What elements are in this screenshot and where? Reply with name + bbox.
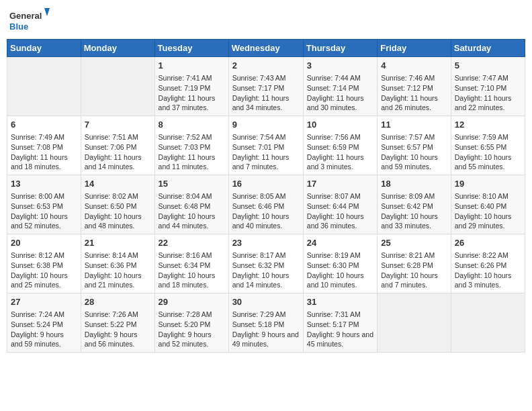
calendar-day-cell xyxy=(81,57,154,116)
day-info: Sunrise: 8:19 AM Sunset: 6:30 PM Dayligh… xyxy=(307,250,373,290)
day-info: Sunrise: 8:00 AM Sunset: 6:53 PM Dayligh… xyxy=(11,191,77,231)
svg-text:Blue: Blue xyxy=(9,21,28,32)
svg-text:General: General xyxy=(9,11,42,21)
calendar-day-cell: 25Sunrise: 8:21 AM Sunset: 6:28 PM Dayli… xyxy=(378,234,451,293)
calendar-week-row: 20Sunrise: 8:12 AM Sunset: 6:38 PM Dayli… xyxy=(7,234,525,293)
day-number: 14 xyxy=(85,178,151,190)
day-info: Sunrise: 8:07 AM Sunset: 6:44 PM Dayligh… xyxy=(307,191,373,231)
day-number: 25 xyxy=(381,237,447,249)
day-number: 31 xyxy=(307,296,373,308)
calendar-header-cell: Thursday xyxy=(303,40,377,57)
calendar-day-cell: 12Sunrise: 7:59 AM Sunset: 6:55 PM Dayli… xyxy=(451,116,525,175)
day-number: 16 xyxy=(232,178,300,190)
day-info: Sunrise: 7:26 AM Sunset: 5:22 PM Dayligh… xyxy=(85,310,151,349)
calendar-header-cell: Tuesday xyxy=(154,40,228,57)
calendar-day-cell: 1Sunrise: 7:41 AM Sunset: 7:19 PM Daylig… xyxy=(154,57,228,116)
calendar-day-cell: 4Sunrise: 7:46 AM Sunset: 7:12 PM Daylig… xyxy=(378,57,451,116)
day-number: 7 xyxy=(85,119,151,131)
calendar-week-row: 1Sunrise: 7:41 AM Sunset: 7:19 PM Daylig… xyxy=(7,57,525,116)
calendar-day-cell: 24Sunrise: 8:19 AM Sunset: 6:30 PM Dayli… xyxy=(303,234,377,293)
day-info: Sunrise: 8:14 AM Sunset: 6:36 PM Dayligh… xyxy=(85,250,151,290)
calendar-day-cell xyxy=(378,293,451,353)
day-number: 5 xyxy=(455,60,521,72)
day-info: Sunrise: 8:09 AM Sunset: 6:42 PM Dayligh… xyxy=(381,191,447,231)
day-info: Sunrise: 8:10 AM Sunset: 6:40 PM Dayligh… xyxy=(455,191,521,231)
calendar-header-cell: Sunday xyxy=(7,40,81,57)
day-info: Sunrise: 7:31 AM Sunset: 5:17 PM Dayligh… xyxy=(307,310,373,349)
calendar-day-cell: 16Sunrise: 8:05 AM Sunset: 6:46 PM Dayli… xyxy=(228,175,303,234)
calendar-header-row: SundayMondayTuesdayWednesdayThursdayFrid… xyxy=(7,40,525,57)
day-info: Sunrise: 7:49 AM Sunset: 7:08 PM Dayligh… xyxy=(11,132,77,172)
day-number: 6 xyxy=(11,119,77,131)
calendar-header-cell: Saturday xyxy=(451,40,525,57)
day-number: 30 xyxy=(232,296,300,308)
day-info: Sunrise: 7:41 AM Sunset: 7:19 PM Dayligh… xyxy=(159,73,225,113)
calendar-header-cell: Monday xyxy=(81,40,154,57)
day-info: Sunrise: 8:12 AM Sunset: 6:38 PM Dayligh… xyxy=(11,250,77,290)
day-info: Sunrise: 8:02 AM Sunset: 6:50 PM Dayligh… xyxy=(85,191,151,231)
day-number: 27 xyxy=(11,296,77,308)
day-info: Sunrise: 8:22 AM Sunset: 6:26 PM Dayligh… xyxy=(455,250,521,290)
calendar-week-row: 13Sunrise: 8:00 AM Sunset: 6:53 PM Dayli… xyxy=(7,175,525,234)
day-number: 11 xyxy=(381,119,447,131)
calendar-day-cell: 2Sunrise: 7:43 AM Sunset: 7:17 PM Daylig… xyxy=(228,57,303,116)
day-number: 4 xyxy=(381,60,447,72)
calendar-day-cell: 27Sunrise: 7:24 AM Sunset: 5:24 PM Dayli… xyxy=(7,293,81,353)
day-info: Sunrise: 8:21 AM Sunset: 6:28 PM Dayligh… xyxy=(381,250,447,290)
day-info: Sunrise: 7:57 AM Sunset: 6:57 PM Dayligh… xyxy=(381,132,447,172)
day-number: 9 xyxy=(232,119,300,131)
calendar-header-cell: Friday xyxy=(378,40,451,57)
day-number: 22 xyxy=(159,237,225,249)
calendar-day-cell: 22Sunrise: 8:16 AM Sunset: 6:34 PM Dayli… xyxy=(154,234,228,293)
calendar-day-cell: 15Sunrise: 8:04 AM Sunset: 6:48 PM Dayli… xyxy=(154,175,228,234)
day-info: Sunrise: 7:52 AM Sunset: 7:03 PM Dayligh… xyxy=(159,132,225,172)
day-info: Sunrise: 8:04 AM Sunset: 6:48 PM Dayligh… xyxy=(159,191,225,231)
calendar-day-cell: 30Sunrise: 7:29 AM Sunset: 5:18 PM Dayli… xyxy=(228,293,303,353)
day-number: 21 xyxy=(85,237,151,249)
day-info: Sunrise: 7:28 AM Sunset: 5:20 PM Dayligh… xyxy=(159,310,225,349)
calendar-header-cell: Wednesday xyxy=(228,40,303,57)
day-info: Sunrise: 7:43 AM Sunset: 7:17 PM Dayligh… xyxy=(232,73,300,113)
svg-marker-2 xyxy=(44,8,50,16)
calendar-day-cell: 26Sunrise: 8:22 AM Sunset: 6:26 PM Dayli… xyxy=(451,234,525,293)
day-info: Sunrise: 8:17 AM Sunset: 6:32 PM Dayligh… xyxy=(232,250,300,290)
day-number: 28 xyxy=(85,296,151,308)
calendar-day-cell: 18Sunrise: 8:09 AM Sunset: 6:42 PM Dayli… xyxy=(378,175,451,234)
day-number: 3 xyxy=(307,60,373,72)
day-number: 12 xyxy=(455,119,521,131)
day-info: Sunrise: 7:46 AM Sunset: 7:12 PM Dayligh… xyxy=(381,73,447,113)
calendar-day-cell: 20Sunrise: 8:12 AM Sunset: 6:38 PM Dayli… xyxy=(7,234,81,293)
day-info: Sunrise: 7:59 AM Sunset: 6:55 PM Dayligh… xyxy=(455,132,521,172)
calendar-day-cell: 8Sunrise: 7:52 AM Sunset: 7:03 PM Daylig… xyxy=(154,116,228,175)
day-number: 8 xyxy=(159,119,225,131)
calendar-day-cell xyxy=(451,293,525,353)
day-number: 18 xyxy=(381,178,447,190)
day-info: Sunrise: 7:47 AM Sunset: 7:10 PM Dayligh… xyxy=(455,73,521,113)
logo: General Blue xyxy=(9,7,50,34)
calendar-day-cell: 14Sunrise: 8:02 AM Sunset: 6:50 PM Dayli… xyxy=(81,175,154,234)
day-info: Sunrise: 7:51 AM Sunset: 7:06 PM Dayligh… xyxy=(85,132,151,172)
calendar-day-cell: 3Sunrise: 7:44 AM Sunset: 7:14 PM Daylig… xyxy=(303,57,377,116)
day-number: 15 xyxy=(159,178,225,190)
day-info: Sunrise: 7:54 AM Sunset: 7:01 PM Dayligh… xyxy=(232,132,300,172)
day-number: 17 xyxy=(307,178,373,190)
day-number: 24 xyxy=(307,237,373,249)
calendar-day-cell: 9Sunrise: 7:54 AM Sunset: 7:01 PM Daylig… xyxy=(228,116,303,175)
day-info: Sunrise: 8:05 AM Sunset: 6:46 PM Dayligh… xyxy=(232,191,300,231)
day-info: Sunrise: 7:44 AM Sunset: 7:14 PM Dayligh… xyxy=(307,73,373,113)
day-number: 23 xyxy=(232,237,300,249)
day-number: 13 xyxy=(11,178,77,190)
calendar-day-cell: 21Sunrise: 8:14 AM Sunset: 6:36 PM Dayli… xyxy=(81,234,154,293)
day-info: Sunrise: 7:56 AM Sunset: 6:59 PM Dayligh… xyxy=(307,132,373,172)
calendar-day-cell: 29Sunrise: 7:28 AM Sunset: 5:20 PM Dayli… xyxy=(154,293,228,353)
calendar-day-cell: 28Sunrise: 7:26 AM Sunset: 5:22 PM Dayli… xyxy=(81,293,154,353)
day-number: 1 xyxy=(159,60,225,72)
calendar-day-cell: 17Sunrise: 8:07 AM Sunset: 6:44 PM Dayli… xyxy=(303,175,377,234)
logo-svg: General Blue xyxy=(9,7,50,34)
day-info: Sunrise: 8:16 AM Sunset: 6:34 PM Dayligh… xyxy=(159,250,225,290)
calendar-day-cell: 13Sunrise: 8:00 AM Sunset: 6:53 PM Dayli… xyxy=(7,175,81,234)
day-number: 19 xyxy=(455,178,521,190)
calendar-day-cell: 6Sunrise: 7:49 AM Sunset: 7:08 PM Daylig… xyxy=(7,116,81,175)
day-number: 20 xyxy=(11,237,77,249)
day-info: Sunrise: 7:24 AM Sunset: 5:24 PM Dayligh… xyxy=(11,310,77,349)
